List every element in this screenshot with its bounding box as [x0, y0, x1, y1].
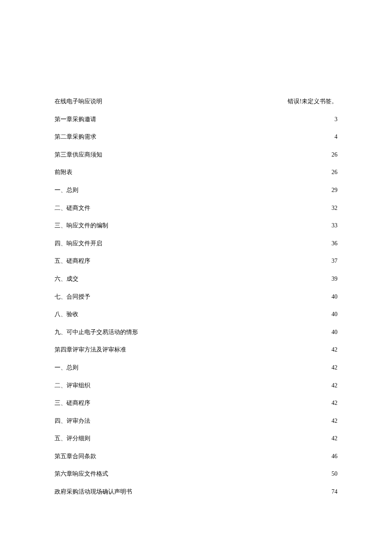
- toc-title: 二、磋商文件: [55, 204, 90, 212]
- toc-title: 七、合同授予: [55, 293, 90, 301]
- toc-title: 第二章采购需求: [55, 133, 96, 141]
- toc-entry: 第三章供应商须知 26: [55, 151, 337, 159]
- toc-entry: 九、可中止电子交易活动的情形 40: [55, 328, 337, 337]
- toc-entry: 一、总则 42: [55, 363, 337, 372]
- toc-page: 29: [331, 186, 337, 195]
- toc-entry: 第一章采购邀请 3: [55, 115, 337, 124]
- toc-entry: 四、响应文件开启 36: [55, 239, 337, 248]
- toc-page: 3: [334, 115, 337, 124]
- toc-page: 42: [331, 363, 337, 372]
- toc-entry: 三、响应文件的编制 33: [55, 221, 337, 230]
- toc-title: 第六章响应文件格式: [55, 470, 108, 478]
- toc-entry: 第四章评审方法及评审标准 42: [55, 346, 337, 354]
- toc-page: 42: [331, 381, 337, 390]
- toc-page: 37: [331, 257, 337, 265]
- toc-page: 42: [331, 417, 337, 425]
- toc-page: 26: [331, 168, 337, 177]
- toc-entry: 七、合同授予 40: [55, 293, 337, 301]
- toc-entry: 八、验收 40: [55, 310, 337, 319]
- toc-entry: 第五章合同条款 46: [55, 452, 337, 461]
- toc-title: 九、可中止电子交易活动的情形: [55, 328, 138, 337]
- toc-title: 三、响应文件的编制: [55, 221, 108, 230]
- toc-page: 42: [331, 346, 337, 354]
- toc-entry: 第六章响应文件格式 50: [55, 470, 337, 478]
- toc-entry: 四、评审办法 42: [55, 417, 337, 425]
- toc-title: 四、响应文件开启: [55, 239, 102, 248]
- toc-page: 74: [331, 488, 337, 496]
- toc-entry: 前附表 26: [55, 168, 337, 177]
- toc-entry: 在线电子响应说明 错误!未定义书签。: [55, 97, 337, 106]
- toc-entry: 政府采购活动现场确认声明书 74: [55, 488, 337, 496]
- toc-page: 39: [331, 275, 337, 283]
- toc-page: 40: [331, 310, 337, 319]
- toc-page: 46: [331, 452, 337, 461]
- toc-entry: 三、磋商程序 42: [55, 399, 337, 407]
- toc-title: 第四章评审方法及评审标准: [55, 346, 126, 354]
- toc-page: 40: [331, 328, 337, 337]
- toc-entry: 五、磋商程序 37: [55, 257, 337, 265]
- toc-title: 在线电子响应说明: [55, 97, 102, 106]
- toc-page: 42: [331, 399, 337, 407]
- toc-entry: 二、磋商文件 32: [55, 204, 337, 212]
- toc-entry: 五、评分细则 42: [55, 434, 337, 443]
- toc-title: 二、评审组织: [55, 381, 90, 390]
- toc-title: 第一章采购邀请: [55, 115, 96, 124]
- toc-title: 五、磋商程序: [55, 257, 90, 265]
- toc-entry: 一、总则 29: [55, 186, 337, 195]
- toc-page: 4: [334, 133, 337, 141]
- table-of-contents: 在线电子响应说明 错误!未定义书签。 第一章采购邀请 3 第二章采购需求 4 第…: [55, 97, 337, 496]
- toc-title: 前附表: [55, 168, 72, 177]
- toc-title: 五、评分细则: [55, 434, 90, 443]
- toc-title: 政府采购活动现场确认声明书: [55, 488, 132, 496]
- toc-entry: 六、成交 39: [55, 275, 337, 283]
- toc-entry: 第二章采购需求 4: [55, 133, 337, 141]
- toc-title: 第五章合同条款: [55, 452, 96, 461]
- toc-title: 三、磋商程序: [55, 399, 90, 407]
- toc-title: 四、评审办法: [55, 417, 90, 425]
- toc-title: 第三章供应商须知: [55, 151, 102, 159]
- toc-page: 40: [331, 293, 337, 301]
- toc-page: 42: [331, 434, 337, 443]
- toc-page: 错误!未定义书签。: [288, 97, 337, 106]
- toc-title: 一、总则: [55, 363, 78, 372]
- toc-entry: 二、评审组织 42: [55, 381, 337, 390]
- toc-page: 36: [331, 239, 337, 248]
- toc-page: 32: [331, 204, 337, 212]
- toc-page: 33: [331, 221, 337, 230]
- toc-page: 50: [331, 470, 337, 478]
- toc-page: 26: [331, 151, 337, 159]
- toc-title: 六、成交: [55, 275, 78, 283]
- toc-title: 八、验收: [55, 310, 78, 319]
- toc-title: 一、总则: [55, 186, 78, 195]
